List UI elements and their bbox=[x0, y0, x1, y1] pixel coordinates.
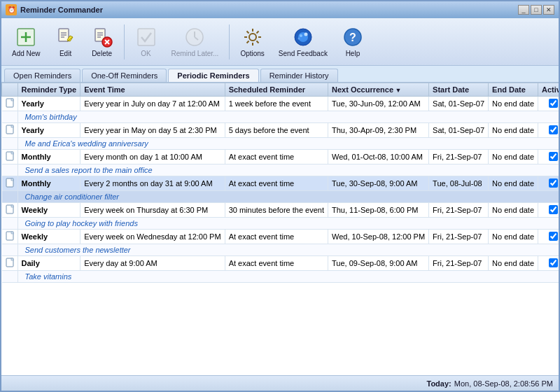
svg-rect-40 bbox=[11, 258, 13, 260]
svg-point-24 bbox=[304, 33, 307, 36]
row-active[interactable] bbox=[538, 123, 559, 138]
active-checkbox[interactable] bbox=[549, 125, 558, 134]
row-start-date: Fri, 21-Sep-07 bbox=[429, 150, 489, 164]
row-icon bbox=[2, 176, 18, 191]
active-checkbox[interactable] bbox=[549, 99, 558, 108]
row-event-time: Every 2 months on day 31 at 9:00 AM bbox=[80, 176, 225, 191]
reminders-table: Reminder Type Event Time Scheduled Remin… bbox=[1, 83, 559, 283]
svg-point-19 bbox=[249, 34, 256, 41]
table-header-row: Reminder Type Event Time Scheduled Remin… bbox=[2, 83, 559, 97]
help-icon: ? bbox=[342, 26, 364, 48]
reminders-table-container[interactable]: Reminder Type Event Time Scheduled Remin… bbox=[1, 83, 559, 375]
tab-open-reminders[interactable]: Open Reminders bbox=[4, 69, 80, 82]
remind-later-icon bbox=[183, 26, 206, 48]
row-active[interactable] bbox=[538, 203, 559, 218]
row-active[interactable] bbox=[538, 256, 559, 271]
row-scheduled-reminder: At exact event time bbox=[225, 230, 328, 244]
col-start-date[interactable]: Start Date bbox=[429, 83, 489, 97]
edit-label: Edit bbox=[59, 50, 71, 57]
row-type: Daily bbox=[18, 256, 80, 271]
row-type: Yearly bbox=[18, 97, 80, 111]
table-row[interactable]: Weekly Every week on Wednesday at 12:00 … bbox=[2, 230, 559, 244]
delete-button[interactable]: Delete bbox=[85, 22, 120, 61]
row-event-name: Mom's birthday bbox=[18, 111, 559, 123]
row-active[interactable] bbox=[538, 97, 559, 111]
col-event-time[interactable]: Event Time bbox=[80, 83, 225, 97]
delete-icon bbox=[91, 26, 113, 48]
help-button[interactable]: ? Help bbox=[335, 22, 370, 61]
status-bar: Today: Mon, 08-Sep-08, 2:08:56 PM bbox=[1, 375, 559, 391]
row-scheduled-reminder: At exact event time bbox=[225, 150, 328, 164]
row-scheduled-reminder: 1 week before the event bbox=[225, 97, 328, 111]
row-scheduled-reminder: At exact event time bbox=[225, 256, 328, 271]
col-end-date[interactable]: End Date bbox=[489, 83, 538, 97]
col-scheduled-reminder[interactable]: Scheduled Reminder bbox=[225, 83, 328, 97]
edit-icon bbox=[55, 26, 77, 48]
active-checkbox[interactable] bbox=[549, 152, 558, 161]
row-start-date: Tue, 08-Jul-08 bbox=[429, 176, 489, 191]
options-button[interactable]: Options bbox=[234, 22, 270, 61]
row-next-occurrence: Tue, 30-Jun-09, 12:00 AM bbox=[328, 97, 429, 111]
add-new-button[interactable]: Add New bbox=[6, 22, 47, 61]
remind-later-label: Remind Later... bbox=[172, 50, 219, 57]
title-bar-left: ⏰ Reminder Commander bbox=[6, 4, 103, 15]
table-row[interactable]: Yearly Every year in July on day 7 at 12… bbox=[2, 97, 559, 111]
row-event-name: Change air conditioner filter bbox=[18, 191, 559, 203]
row-next-occurrence: Tue, 30-Sep-08, 9:00 AM bbox=[328, 176, 429, 191]
row-end-date: No end date bbox=[489, 256, 538, 271]
maximize-button[interactable]: □ bbox=[531, 5, 542, 15]
close-button[interactable]: ✕ bbox=[543, 5, 554, 15]
tab-periodic-reminders[interactable]: Periodic Reminders bbox=[168, 69, 258, 82]
row-icon bbox=[2, 230, 18, 244]
tab-one-off-reminders[interactable]: One-Off Reminders bbox=[82, 69, 167, 82]
remind-later-button[interactable]: Remind Later... bbox=[165, 22, 225, 61]
delete-label: Delete bbox=[92, 50, 112, 57]
active-checkbox[interactable] bbox=[549, 205, 558, 214]
row-end-date: No end date bbox=[489, 123, 538, 138]
active-checkbox[interactable] bbox=[549, 232, 558, 241]
ok-button[interactable]: OK bbox=[129, 22, 164, 61]
row-end-date: No end date bbox=[489, 97, 538, 111]
row-event-time: Every month on day 1 at 10:00 AM bbox=[80, 150, 225, 164]
col-active[interactable]: Active bbox=[538, 83, 559, 97]
minimize-button[interactable]: _ bbox=[518, 5, 529, 15]
row-type: Weekly bbox=[18, 203, 80, 218]
table-row[interactable]: Monthly Every month on day 1 at 10:00 AM… bbox=[2, 150, 559, 164]
row-next-occurrence: Tue, 09-Sep-08, 9:00 AM bbox=[328, 256, 429, 271]
table-sub-row: Me and Erica's wedding anniversary bbox=[2, 138, 559, 150]
row-start-date: Fri, 21-Sep-07 bbox=[429, 203, 489, 218]
row-start-date: Fri, 21-Sep-07 bbox=[429, 230, 489, 244]
send-feedback-button[interactable]: Send Feedback bbox=[272, 22, 334, 61]
svg-rect-34 bbox=[11, 178, 13, 181]
col-icon bbox=[2, 83, 18, 97]
col-reminder-type[interactable]: Reminder Type bbox=[18, 83, 80, 97]
row-active[interactable] bbox=[538, 230, 559, 244]
row-active[interactable] bbox=[538, 150, 559, 164]
svg-text:?: ? bbox=[349, 31, 356, 43]
row-event-time: Every day at 9:00 AM bbox=[80, 256, 225, 271]
table-row[interactable]: Weekly Every week on Thursday at 6:30 PM… bbox=[2, 203, 559, 218]
row-scheduled-reminder: 30 minutes before the event bbox=[225, 203, 328, 218]
table-row[interactable]: Daily Every day at 9:00 AM At exact even… bbox=[2, 256, 559, 271]
title-bar: ⏰ Reminder Commander _ □ ✕ bbox=[1, 1, 559, 18]
col-next-occurrence[interactable]: Next Occurrence bbox=[328, 83, 429, 97]
table-row[interactable]: Yearly Every year in May on day 5 at 2:3… bbox=[2, 123, 559, 138]
svg-point-23 bbox=[298, 38, 300, 40]
table-row[interactable]: Monthly Every 2 months on day 31 at 9:00… bbox=[2, 176, 559, 191]
row-active[interactable] bbox=[538, 176, 559, 191]
row-next-occurrence: Wed, 10-Sep-08, 12:00 PM bbox=[328, 230, 429, 244]
edit-button[interactable]: Edit bbox=[48, 22, 83, 61]
table-sub-row: Send customers the newsletter bbox=[2, 244, 559, 256]
tab-reminder-history[interactable]: Reminder History bbox=[260, 69, 338, 82]
add-new-icon bbox=[15, 26, 37, 48]
row-event-name: Take vitamins bbox=[18, 271, 559, 283]
row-type: Monthly bbox=[18, 176, 80, 191]
row-start-date: Sat, 01-Sep-07 bbox=[429, 123, 489, 138]
add-new-label: Add New bbox=[12, 50, 41, 57]
toolbar-sep-2 bbox=[229, 24, 230, 59]
active-checkbox[interactable] bbox=[549, 178, 558, 188]
row-event-time: Every year in May on day 5 at 2:30 PM bbox=[80, 123, 225, 138]
table-sub-row: Mom's birthday bbox=[2, 111, 559, 123]
svg-rect-15 bbox=[138, 29, 155, 46]
active-checkbox[interactable] bbox=[549, 258, 558, 267]
